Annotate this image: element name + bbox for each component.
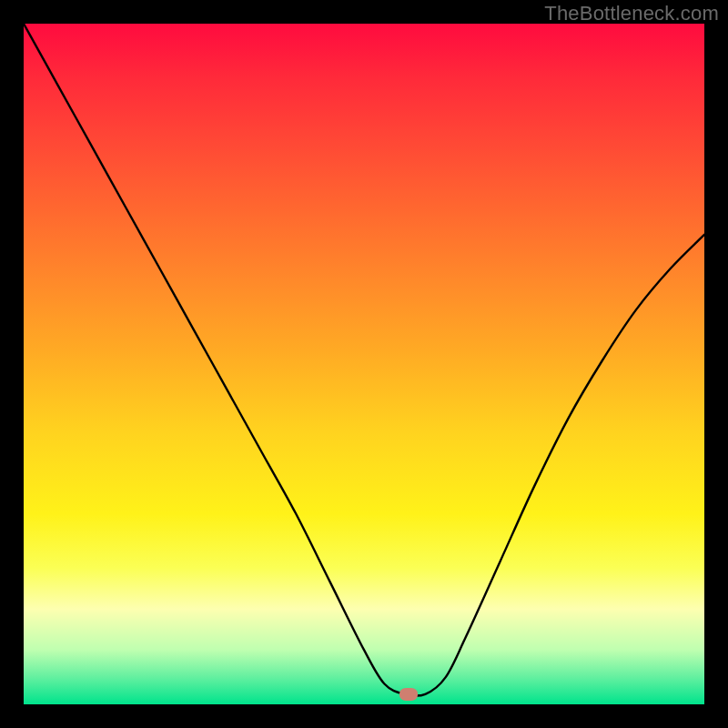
chart-frame: TheBottleneck.com <box>0 0 728 728</box>
bottleneck-curve <box>24 24 704 704</box>
watermark-text: TheBottleneck.com <box>544 2 719 25</box>
plot-area <box>24 24 704 704</box>
optimal-point-marker <box>399 688 418 701</box>
